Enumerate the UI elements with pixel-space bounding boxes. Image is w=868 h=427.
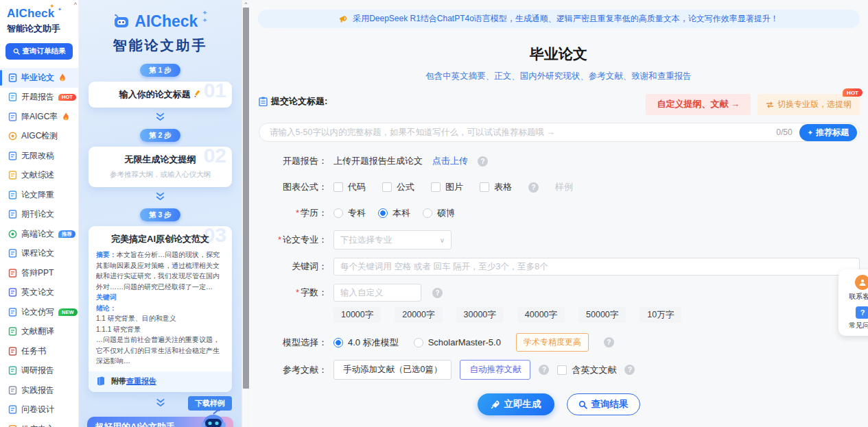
checkbox-icon [333,182,343,192]
charts-row: 图表公式： 代码公式图片表格?样例 [249,178,868,196]
sidebar-item-开题报告[interactable]: 开题报告HOT [0,88,78,108]
faq-icon[interactable]: ? [856,306,868,319]
wordcount-chip-30000字[interactable]: 30000字 [456,307,504,323]
logo-subtitle: 智能论文助手 [7,23,78,35]
major-row: *论文专业： 下拉选择专业 ∨ [249,230,868,249]
sidebar-item-无限改稿[interactable]: 无限改稿 [0,146,78,166]
degree-option-本科[interactable]: 本科 [378,207,410,219]
help-icon[interactable]: ? [539,365,549,375]
degree-option-专科[interactable]: 专科 [333,207,366,219]
scroll-up-icon[interactable]: ^ [243,1,249,7]
manual-add-references-button[interactable]: 手动添加文献（已选0篇） [333,360,451,380]
faq-label[interactable]: 常见问题 [838,321,868,330]
help-icon[interactable]: ? [528,182,539,193]
major-select[interactable]: 下拉选择专业 ∨ [333,230,451,249]
fire-icon [58,73,67,82]
custom-outline-button[interactable]: 自定义提纲、文献 → [646,94,751,115]
auto-recommend-references-button[interactable]: 自动推荐文献 [460,360,530,380]
sidebar-item-论文降重[interactable]: 论文降重 [0,185,78,205]
help-icon[interactable]: ? [624,365,635,375]
search-icon [13,48,20,55]
sidebar-item-AIGC检测[interactable]: AIGC检测 [0,127,78,147]
query-order-button[interactable]: 查询订单结果 [5,43,73,60]
contact-service-label[interactable]: 联系客服 [838,292,868,302]
literature-translate-icon [8,327,17,337]
scrollbar-thumb[interactable] [243,8,249,389]
sidebar-item-问卷设计[interactable]: 问卷设计 [0,400,78,420]
chevron-down-icon [155,398,165,410]
chevron-down-icon: ∨ [440,236,445,244]
imitate-writing-icon [8,307,17,317]
wordcount-chip-10000字[interactable]: 10000字 [333,307,381,323]
report-link[interactable]: 查重报告 [126,377,156,385]
page-title: 毕业论文 [249,45,868,64]
model-option-ScholarMaster-5.0[interactable]: ScholarMaster-5.0 [414,337,501,347]
contact-service-icon[interactable] [855,275,868,290]
chart-option-表格[interactable]: 表格 [480,181,512,193]
model-option-4.0 标准模型[interactable]: 4.0 标准模型 [333,337,399,349]
help-icon[interactable]: ? [432,288,443,298]
help-icon[interactable]: ? [478,156,488,167]
english-references-checkbox[interactable]: 含英文文献 [557,364,616,376]
checkbox-icon [382,182,392,192]
sidebar-item-调研报告[interactable]: 调研报告 [0,361,78,381]
defense-ppt-icon [8,268,17,278]
task-book-icon [8,346,17,356]
sample-link[interactable]: 样例 [555,181,573,193]
panel-scrollbar[interactable]: ^ [242,0,249,427]
fire-icon [62,112,70,121]
model-badge[interactable]: 学术专精度更高 [516,333,589,352]
hot-badge: HOT [843,88,863,97]
assistant-card: 超好用的AI论文助手 ✓覆盖15个查重库，15亿参考文献数据 ✓可选学历、专业 … [87,417,233,427]
sidebar-item-文献综述[interactable]: 文献综述 [0,166,78,186]
generate-button[interactable]: 立即生成 [478,393,554,415]
help-icon[interactable]: ? [604,337,614,347]
radio-icon [333,338,343,347]
course-paper-icon [8,249,17,258]
sidebar-item-英文论文[interactable]: 英文论文 [0,283,78,303]
query-results-button[interactable]: 查询结果 [567,393,640,415]
chart-option-代码[interactable]: 代码 [333,181,366,193]
rocket-icon [491,400,500,409]
radio-icon [333,208,343,218]
step-2-card: 02 无限生成论文提纲 参考推荐大纲，或输入心仪大纲 [89,147,232,187]
report-note: 附带查重报告 [89,371,232,392]
sidebar-item-实践报告[interactable]: 实践报告 [0,380,78,400]
keywords-input[interactable] [333,258,860,276]
sidebar-item-期刊论文[interactable]: 期刊论文 [0,205,78,225]
main-content: 采用DeepSeek R1结合ChatPT4o语言模型，生成通顺、逻辑严密且重复… [249,0,868,427]
promo-brand: AICheck [134,12,198,31]
switch-pro-button[interactable]: 切换专业版，选提纲 HOT [758,94,860,115]
wordcount-input[interactable] [333,284,421,302]
sidebar-item-答辩PPT[interactable]: 答辩PPT [0,263,78,283]
questionnaire-icon [8,405,17,415]
recommend-title-button[interactable]: ✦ 推荐标题 [799,124,857,141]
announcement-banner: 采用DeepSeek R1结合ChatPT4o语言模型，生成通顺、逻辑严密且重复… [258,10,860,28]
degree-option-硕博[interactable]: 硕博 [423,207,455,219]
chart-option-图片[interactable]: 图片 [431,181,463,193]
step-3-badge: 第 3 步 [140,208,180,221]
chart-option-公式[interactable]: 公式 [382,181,414,193]
step-1-card: 01 输入你的论文标题 [89,82,232,108]
sidebar-item-任务书[interactable]: 任务书 [0,341,78,361]
wordcount-chip-40000字[interactable]: 40000字 [517,307,565,323]
wordcount-chip-10万字[interactable]: 10万字 [640,307,681,323]
sidebar-item-毕业论文[interactable]: 毕业论文 [0,68,78,88]
wordcount-chips-row: 10000字20000字30000字40000字50000字10万字 [249,306,868,324]
upload-link[interactable]: 点击上传 [432,155,468,167]
practice-report-icon [8,385,17,395]
wordcount-chip-50000字[interactable]: 50000字 [578,307,626,323]
sidebar-item-文献翻译[interactable]: 文献翻译 [0,322,78,342]
thesis-title-input[interactable] [270,127,769,137]
sidebar-item-高端论文[interactable]: 高端论文推荐 [0,224,78,244]
robot-icon [113,14,130,29]
sidebar-item-降AIGC率[interactable]: 降AIGC率 [0,107,78,127]
step-1-badge: 第 1 步 [140,64,180,77]
sidebar-item-推广中心[interactable]: 推广中心 [0,419,78,427]
swap-icon [766,101,774,108]
references-row: 参考文献： 手动添加文献（已选0篇） 自动推荐文献 ? 含英文文献 ? [249,360,868,380]
sidebar-item-论文仿写[interactable]: 论文仿写NEW [0,302,78,322]
sidebar-item-课程论文[interactable]: 课程论文 [0,244,78,264]
degree-row: *学历： 专科本科硕博 [249,204,868,222]
wordcount-chip-20000字[interactable]: 20000字 [395,307,442,323]
